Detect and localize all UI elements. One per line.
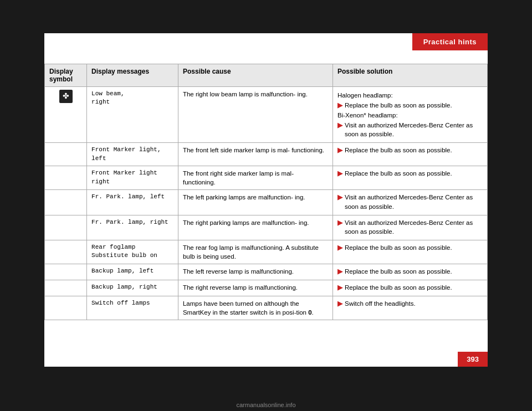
col-header-messages: Display messages [87,64,178,87]
arrow-icon: ▶ [337,267,342,276]
solution-text: Replace the bulb as soon as possible. [345,101,452,110]
possible-solution-cell: ▶Replace the bulb as soon as possible. [332,280,487,296]
symbol-cell [45,280,87,296]
display-message: Fr. Park. lamp, right [91,218,173,227]
symbol-cell [45,190,87,215]
headlight-icon: ✤ [59,90,73,103]
display-messages-cell: Switch off lamps [87,296,178,320]
table-row: Backup lamp, leftThe left reverse lamp i… [45,264,488,280]
symbol-cell [45,264,87,280]
display-messages-cell: Backup lamp, left [87,264,178,280]
display-messages-cell: Fr. Park. lamp, right [87,215,178,240]
possible-solution-cell: ▶Replace the bulb as soon as possible. [332,264,487,280]
table-header-row: Display symbol Display messages Possible… [45,64,488,87]
solution-text: Visit an authorized Mercedes-Benz Center… [345,193,483,210]
possible-solution-cell: ▶Switch off the headlights. [332,296,487,320]
solution-item: ▶Replace the bulb as soon as possible. [337,101,483,110]
possible-cause-cell: The right reverse lamp is malfunctioning… [178,280,332,296]
table-row: Fr. Park. lamp, rightThe right parking l… [45,215,488,240]
header-title: Practical hints [423,38,477,46]
possible-cause-cell: The right parking lamps are malfunction-… [178,215,332,240]
solution-item: ▶Visit an authorized Mercedes-Benz Cente… [337,121,483,138]
arrow-icon: ▶ [337,101,342,110]
possible-cause-cell: Lamps have been turned on although the S… [178,296,332,320]
col-header-symbol: Display symbol [45,64,87,87]
display-messages-cell: Rear foglamp Substitute bulb on [87,240,178,264]
solution-text: Visit an authorized Mercedes-Benz Center… [345,121,483,138]
solution-text: Visit an authorized Mercedes-Benz Center… [345,218,483,236]
possible-cause-cell: The rear fog lamp is malfunctioning. A s… [178,240,332,264]
solution-item: ▶Visit an authorized Mercedes-Benz Cente… [337,193,483,210]
solution-text: Replace the bulb as soon as possible. [345,267,452,276]
arrow-icon: ▶ [337,146,342,155]
solution-item: ▶Replace the bulb as soon as possible. [337,283,483,292]
possible-cause-cell: The front left side marker lamp is mal- … [178,143,332,166]
arrow-icon: ▶ [337,283,342,292]
possible-solution-cell: ▶Replace the bulb as soon as possible. [332,240,487,264]
arrow-icon: ▶ [337,193,342,202]
table-container: Display symbol Display messages Possible… [44,64,488,350]
display-message: Switch off lamps [91,299,173,307]
display-message: Low beam, right [91,90,173,107]
symbol-cell: ✤ [45,87,87,143]
col-header-solution: Possible solution [332,64,487,87]
table-row: Switch off lampsLamps have been turned o… [45,296,488,320]
display-message: Front Marker light, left [91,146,173,163]
solution-text: Switch off the headlights. [345,299,416,308]
symbol-cell [45,215,87,240]
main-table: Display symbol Display messages Possible… [44,64,488,320]
solution-text: Replace the bulb as soon as possible. [345,283,452,292]
arrow-icon: ▶ [337,218,342,227]
possible-cause-cell: The right low beam lamp is malfunction- … [178,87,332,143]
display-messages-cell: Backup lamp, right [87,280,178,296]
symbol-cell [45,240,87,264]
solution-item: ▶Switch off the headlights. [337,299,483,308]
solution-text: Replace the bulb as soon as possible. [345,146,452,155]
possible-solution-cell: Halogen headlamp:▶Replace the bulb as so… [332,87,487,143]
header-bar: Practical hints [412,33,488,50]
display-message: Front Marker light right [91,169,173,186]
solution-heading: Halogen headlamp: [337,91,483,100]
arrow-icon: ▶ [337,121,342,130]
col-header-cause: Possible cause [178,64,332,87]
solution-text: Replace the bulb as soon as possible. [345,169,452,178]
symbol-cell [45,296,87,320]
solution-item: ▶Visit an authorized Mercedes-Benz Cente… [337,218,483,236]
solution-text: Replace the bulb as soon as possible. [345,243,452,252]
solution-heading: Bi-Xenon* headlamp: [337,111,483,120]
display-messages-cell: Front Marker light right [87,166,178,190]
arrow-icon: ▶ [337,299,342,308]
possible-solution-cell: ▶Visit an authorized Mercedes-Benz Cente… [332,190,487,215]
display-message: Backup lamp, left [91,267,173,275]
display-messages-cell: Low beam, right [87,87,178,143]
display-message: Rear foglamp Substitute bulb on [91,243,173,260]
possible-solution-cell: ▶Replace the bulb as soon as possible. [332,143,487,166]
table-row: Rear foglamp Substitute bulb onThe rear … [45,240,488,264]
display-messages-cell: Front Marker light, left [87,143,178,166]
display-messages-cell: Fr. Park. lamp, left [87,190,178,215]
solution-item: ▶Replace the bulb as soon as possible. [337,267,483,276]
table-row: Front Marker light rightThe front right … [45,166,488,190]
possible-cause-cell: The left reverse lamp is malfunctioning. [178,264,332,280]
watermark: carmanualsonline.info [0,402,532,408]
display-message: Fr. Park. lamp, left [91,193,173,201]
possible-solution-cell: ▶Visit an authorized Mercedes-Benz Cente… [332,215,487,240]
possible-cause-cell: The front right side marker lamp is mal-… [178,166,332,190]
table-row: Backup lamp, rightThe right reverse lamp… [45,280,488,296]
table-row: Fr. Park. lamp, leftThe left parking lam… [45,190,488,215]
symbol-cell [45,143,87,166]
solution-item: ▶Replace the bulb as soon as possible. [337,243,483,252]
possible-cause-cell: The left parking lamps are malfunction- … [178,190,332,215]
arrow-icon: ▶ [337,243,342,252]
page-number-box: 393 [458,352,488,367]
solution-item: ▶Replace the bulb as soon as possible. [337,169,483,178]
symbol-cell [45,166,87,190]
table-row: ✤Low beam, rightThe right low beam lamp … [45,87,488,143]
page-number: 393 [467,355,479,363]
solution-item: ▶Replace the bulb as soon as possible. [337,146,483,155]
arrow-icon: ▶ [337,169,342,178]
table-row: Front Marker light, leftThe front left s… [45,143,488,166]
possible-solution-cell: ▶Replace the bulb as soon as possible. [332,166,487,190]
display-message: Backup lamp, right [91,283,173,291]
